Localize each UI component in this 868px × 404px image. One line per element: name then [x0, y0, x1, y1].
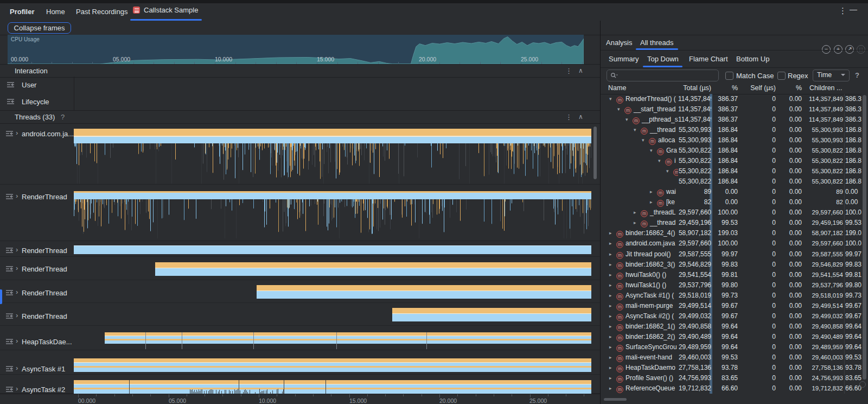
expand-thread-icon[interactable]: › — [16, 337, 18, 345]
tree-expand-icon[interactable]: ▸ — [609, 321, 616, 332]
tree-expand-icon[interactable]: ▸ — [609, 352, 616, 363]
thread-activity-track[interactable] — [105, 332, 591, 344]
table-row[interactable]: ▸mReferenceQueue19,712,83266.6000.0019,7… — [601, 383, 861, 394]
tab-past-recordings[interactable]: Past Recordings — [76, 8, 127, 16]
table-row[interactable]: ▸mAsyncTask #1() (29,518,01999.7300.0029… — [601, 291, 861, 301]
thread-lane[interactable]: ›AsyncTask #1 — [0, 350, 600, 375]
collapse-frames-button[interactable]: Collapse frames — [8, 22, 71, 34]
table-row[interactable]: ▸mSurfaceSyncGrou29,489,95999.6400.0029,… — [601, 342, 861, 352]
thread-lane[interactable]: ›RenderThread — [0, 303, 600, 326]
thread-activity-track[interactable] — [392, 308, 591, 321]
thread-lane[interactable]: ›RenderThread — [0, 280, 600, 303]
tab-analysis[interactable]: Analysis — [606, 39, 632, 47]
column-name[interactable]: Name — [608, 84, 626, 92]
tree-collapse-icon[interactable]: ▾ — [634, 125, 641, 135]
threads-help-icon[interactable]: ? — [61, 113, 65, 121]
thread-lane[interactable]: ›android.com.ja... — [0, 123, 600, 185]
table-row[interactable]: ▾mi55,300,822186.8400.0055,300,822186.84 — [601, 156, 861, 166]
thread-lane[interactable]: ›HeapTaskDae... — [0, 326, 600, 350]
tab-top-down[interactable]: Top Down — [647, 55, 679, 63]
table-row[interactable]: ▸mbinder:16862_2()29,490,48999.6400.0029… — [601, 332, 861, 342]
thread-lane[interactable]: ›RenderThread — [0, 241, 600, 257]
table-row[interactable]: ▸mandroid.com.java29,597,660100.0000.002… — [601, 238, 861, 249]
thread-activity-track[interactable] — [74, 245, 591, 254]
thread-activity-track[interactable] — [257, 285, 591, 299]
expand-thread-icon[interactable]: › — [16, 364, 18, 372]
table-row[interactable]: ▸mwai890.0000.00890.00 — [601, 187, 861, 197]
table-row[interactable]: ▸mhwuiTask1() ()29,537,79699.8000.0029,5… — [601, 280, 861, 291]
cpu-usage-chart[interactable]: CPU Usage 00.00005.00010.00015.00020.000… — [8, 35, 584, 64]
tab-home[interactable]: Home — [46, 8, 65, 16]
tree-expand-icon[interactable]: ▸ — [609, 228, 616, 238]
match-case-checkbox[interactable] — [725, 72, 733, 80]
tree-expand-icon[interactable]: ▸ — [609, 291, 616, 301]
expand-thread-icon[interactable]: › — [16, 311, 18, 319]
tree-collapse-icon[interactable]: ▾ — [650, 146, 657, 156]
interaction-row-lifecycle[interactable]: Lifecycle — [0, 93, 600, 110]
search-input[interactable] — [607, 70, 719, 81]
expand-thread-icon[interactable]: › — [16, 129, 18, 137]
thread-activity-track[interactable] — [74, 191, 591, 199]
tab-callstack-sample[interactable]: Callstack Sample — [133, 6, 198, 14]
tree-collapse-icon[interactable]: ▾ — [617, 104, 624, 115]
tree-expand-icon[interactable]: ▸ — [609, 373, 616, 383]
tree-expand-icon[interactable]: ▸ — [634, 218, 641, 228]
table-row[interactable]: ▸mmali-event-hand29,460,00399.5300.0029,… — [601, 352, 861, 363]
tab-summary[interactable]: Summary — [609, 55, 639, 63]
table-row[interactable]: ▾mRenderThread() (114,357,849386.3700.00… — [601, 94, 861, 104]
table-row[interactable]: ▸mmali-mem-purge29,499,51499.6700.0029,4… — [601, 301, 861, 311]
column-self-pct[interactable]: % — [777, 84, 802, 92]
tree-expand-icon[interactable]: ▸ — [609, 260, 616, 270]
tree-expand-icon[interactable]: ▸ — [650, 197, 657, 207]
tree-collapse-icon[interactable]: ▾ — [642, 135, 649, 146]
expand-thread-icon[interactable]: › — [16, 384, 18, 393]
table-row[interactable]: ▾m__start_thread114,357,849386.3700.0011… — [601, 104, 861, 115]
search-help-icon[interactable]: ? — [855, 71, 859, 79]
tab-flame-chart[interactable]: Flame Chart — [689, 55, 728, 63]
tree-expand-icon[interactable]: ▸ — [609, 342, 616, 352]
minimize-icon[interactable]: — — [850, 5, 857, 14]
table-row[interactable]: ▸mHeapTaskDaemo27,758,13693.7800.0027,75… — [601, 363, 861, 373]
tree-expand-icon[interactable]: ▸ — [609, 332, 616, 342]
thread-activity-track[interactable] — [74, 358, 591, 372]
table-row[interactable]: ▸mbinder:16862_3()29,546,82999.8300.0029… — [601, 260, 861, 270]
thread-lane[interactable]: ›RenderThread — [0, 257, 600, 280]
more-options-icon[interactable]: ⋮ — [839, 6, 847, 16]
tree-expand-icon[interactable]: ▸ — [609, 383, 616, 394]
table-row[interactable]: ▸m__thread29,459,19699.5300.0029,459,196… — [601, 218, 861, 228]
tab-all-threads[interactable]: All threads — [640, 39, 673, 47]
tree-expand-icon[interactable]: ▸ — [609, 280, 616, 291]
tree-expand-icon[interactable]: ▸ — [634, 207, 641, 218]
interaction-row-user[interactable]: User — [0, 77, 600, 93]
table-row[interactable]: ▾malloca55,300,993186.8400.0055,300,9931… — [601, 135, 861, 146]
table-vertical-scrollbar[interactable] — [863, 95, 866, 380]
tree-collapse-icon[interactable]: ▾ — [626, 115, 633, 125]
column-total[interactable]: Total (µs) — [678, 84, 711, 92]
interaction-options-icon[interactable]: ⋮ — [565, 67, 572, 75]
interaction-collapse-icon[interactable]: ∧ — [578, 67, 583, 74]
table-row[interactable]: ▾m(55,300,822186.8400.0055,300,822186.84 — [601, 166, 861, 176]
table-row[interactable]: ▸mbinder:16862_4()58,907,182199.0300.005… — [601, 228, 861, 238]
expand-thread-icon[interactable]: › — [16, 264, 18, 272]
threads-options-icon[interactable]: ⋮ — [565, 113, 572, 121]
tree-collapse-icon[interactable]: ▾ — [666, 166, 673, 176]
column-total-pct[interactable]: % — [713, 84, 738, 92]
tree-expand-icon[interactable]: ▸ — [609, 238, 616, 249]
threads-collapse-icon[interactable]: ∧ — [578, 113, 583, 121]
tree-expand-icon[interactable]: ▸ — [609, 249, 616, 260]
tree-expand-icon[interactable]: ▸ — [650, 187, 657, 197]
table-row[interactable]: ▸mbinder:16862_1()29,490,85899.6400.0029… — [601, 321, 861, 332]
table-row[interactable]: ▸mhwuiTask0() ()29,541,55499.8100.0029,5… — [601, 270, 861, 280]
tree-expand-icon[interactable]: ▸ — [609, 270, 616, 280]
tab-profiler[interactable]: Profiler — [10, 8, 35, 16]
column-self[interactable]: Self (µs) — [740, 84, 776, 92]
table-row[interactable]: ▾mGra55,300,822186.8400.0055,300,822186.… — [601, 146, 861, 156]
thread-lane[interactable]: ›AsyncTask #2 — [0, 375, 600, 394]
table-horizontal-scrollbar[interactable] — [604, 398, 627, 401]
tree-collapse-icon[interactable]: ▾ — [658, 156, 665, 166]
tree-expand-icon[interactable]: ▸ — [609, 311, 616, 321]
expand-thread-icon[interactable]: › — [16, 192, 18, 200]
tab-bottom-up[interactable]: Bottom Up — [736, 55, 769, 63]
regex-checkbox[interactable] — [777, 72, 786, 80]
table-row[interactable]: ▾m__thread55,300,993186.8400.0055,300,99… — [601, 125, 861, 135]
